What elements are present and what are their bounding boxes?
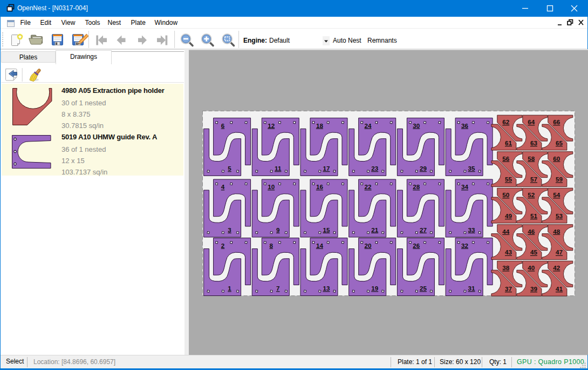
svg-text:4: 4 bbox=[221, 183, 225, 190]
svg-text:44: 44 bbox=[502, 228, 510, 235]
svg-text:1: 1 bbox=[228, 285, 231, 292]
svg-text:26: 26 bbox=[413, 242, 420, 249]
svg-text:10: 10 bbox=[268, 183, 275, 190]
svg-text:54: 54 bbox=[553, 191, 560, 198]
svg-text:57: 57 bbox=[530, 176, 537, 183]
svg-text:53: 53 bbox=[556, 212, 563, 219]
svg-text:15: 15 bbox=[323, 226, 330, 233]
svg-text:12: 12 bbox=[268, 122, 275, 129]
svg-text:58: 58 bbox=[528, 155, 535, 162]
svg-text:9: 9 bbox=[276, 226, 280, 233]
svg-text:36: 36 bbox=[461, 122, 469, 129]
svg-text:45: 45 bbox=[530, 249, 538, 256]
svg-text:23: 23 bbox=[371, 165, 379, 172]
svg-text:19: 19 bbox=[371, 285, 379, 292]
svg-text:39: 39 bbox=[530, 285, 538, 292]
svg-text:13: 13 bbox=[323, 285, 330, 292]
svg-text:24: 24 bbox=[365, 122, 372, 129]
svg-text:32: 32 bbox=[461, 242, 469, 249]
svg-text:66: 66 bbox=[553, 118, 560, 125]
svg-text:59: 59 bbox=[556, 176, 563, 183]
svg-text:5: 5 bbox=[228, 165, 231, 172]
svg-text:51: 51 bbox=[530, 212, 538, 219]
svg-text:65: 65 bbox=[556, 139, 563, 146]
svg-text:31: 31 bbox=[468, 285, 476, 292]
svg-text:46: 46 bbox=[528, 228, 535, 235]
svg-text:49: 49 bbox=[505, 212, 512, 219]
svg-text:6: 6 bbox=[221, 122, 225, 129]
svg-text:52: 52 bbox=[528, 191, 535, 198]
svg-text:55: 55 bbox=[505, 176, 512, 183]
svg-text:50: 50 bbox=[502, 191, 510, 198]
svg-text:30: 30 bbox=[413, 122, 420, 129]
svg-text:60: 60 bbox=[553, 155, 560, 162]
svg-text:28: 28 bbox=[413, 183, 420, 190]
svg-text:20: 20 bbox=[365, 242, 372, 249]
svg-text:48: 48 bbox=[553, 228, 560, 235]
svg-text:33: 33 bbox=[468, 226, 476, 233]
svg-text:18: 18 bbox=[316, 122, 324, 129]
svg-text:64: 64 bbox=[528, 118, 535, 125]
svg-text:47: 47 bbox=[556, 249, 563, 256]
svg-text:2: 2 bbox=[221, 242, 225, 249]
svg-text:34: 34 bbox=[461, 183, 469, 190]
svg-text:11: 11 bbox=[275, 165, 282, 172]
svg-text:7: 7 bbox=[276, 285, 280, 292]
svg-text:38: 38 bbox=[502, 264, 510, 271]
svg-text:37: 37 bbox=[505, 285, 512, 292]
svg-text:62: 62 bbox=[502, 118, 510, 125]
svg-text:43: 43 bbox=[505, 249, 512, 256]
svg-text:40: 40 bbox=[528, 264, 535, 271]
svg-text:42: 42 bbox=[553, 264, 560, 271]
svg-text:21: 21 bbox=[371, 226, 379, 233]
svg-text:63: 63 bbox=[530, 139, 538, 146]
svg-text:14: 14 bbox=[316, 242, 324, 249]
svg-text:3: 3 bbox=[228, 226, 231, 233]
svg-text:8: 8 bbox=[269, 242, 273, 249]
svg-text:35: 35 bbox=[468, 165, 476, 172]
svg-text:61: 61 bbox=[505, 139, 512, 146]
svg-text:16: 16 bbox=[316, 183, 324, 190]
svg-text:56: 56 bbox=[502, 155, 510, 162]
svg-text:22: 22 bbox=[365, 183, 372, 190]
svg-text:41: 41 bbox=[556, 285, 563, 292]
svg-text:29: 29 bbox=[420, 165, 427, 172]
svg-text:17: 17 bbox=[323, 165, 330, 172]
svg-text:27: 27 bbox=[420, 226, 427, 233]
svg-text:25: 25 bbox=[420, 285, 427, 292]
